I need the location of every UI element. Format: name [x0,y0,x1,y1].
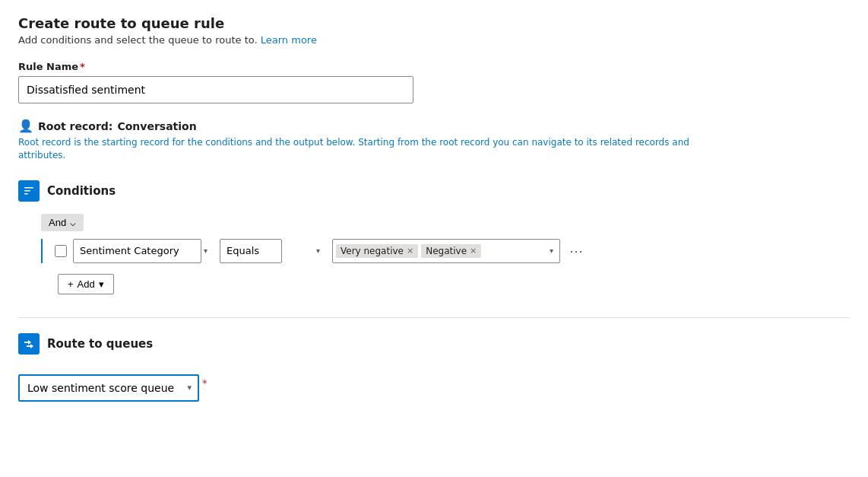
and-button[interactable]: And ⌵ [41,214,84,231]
rule-name-label: Rule Name* [18,61,850,72]
and-chevron-icon: ⌵ [70,217,76,228]
conditions-title: Conditions [47,184,116,198]
route-to-queues-header: Route to queues [18,333,850,355]
remove-negative-button[interactable]: × [470,246,477,255]
field-select[interactable]: Sentiment Category [73,239,201,263]
root-record-section: 👤 Root record: Conversation Root record … [18,119,850,162]
rule-name-section: Rule Name* [18,61,850,119]
add-button[interactable]: + Add ▾ [58,274,114,294]
page-title: Create route to queue rule [18,15,850,31]
root-record-label: Root record: [38,120,112,132]
queue-required-star: * [202,377,207,389]
remove-very-negative-button[interactable]: × [407,246,413,255]
tag-negative: Negative × [421,244,481,258]
page-subtitle: Add conditions and select the queue to r… [18,34,850,46]
condition-row-wrapper: Sentiment Category ▾ Equals ▾ Very negat… [41,239,850,263]
route-to-queues-icon [18,333,40,355]
route-to-queues-section: Route to queues Low sentiment score queu… [18,333,850,402]
tag-very-negative: Very negative × [336,244,418,258]
more-icon: ⋯ [569,243,583,259]
queue-select[interactable]: Low sentiment score queue Default queue … [18,374,199,402]
learn-more-link[interactable]: Learn more [261,34,317,46]
add-chevron-icon: ▾ [99,278,104,290]
section-divider [18,317,850,318]
field-select-chevron-icon: ▾ [204,246,207,255]
condition-row: Sentiment Category ▾ Equals ▾ Very negat… [55,239,586,263]
more-options-button[interactable]: ⋯ [566,243,586,259]
plus-icon: + [68,278,74,290]
root-record-value: Conversation [117,120,196,132]
operator-select-wrapper: Equals ▾ [220,239,326,263]
field-select-wrapper: Sentiment Category ▾ [73,239,214,263]
queue-field-row: Low sentiment score queue Default queue … [18,367,850,402]
conditions-icon [18,180,40,202]
conditions-header: Conditions [18,180,850,202]
values-dropdown-button[interactable]: ▾ [546,246,556,255]
operator-select-chevron-icon: ▾ [316,246,320,255]
svg-rect-2 [24,193,28,195]
root-record-header: 👤 Root record: Conversation [18,119,850,133]
svg-rect-0 [24,187,33,189]
rule-name-input[interactable] [18,76,413,103]
route-to-queues-title: Route to queues [47,337,153,351]
values-field[interactable]: Very negative × Negative × ▾ [332,239,560,263]
svg-rect-1 [24,190,30,192]
conditions-section: Conditions And ⌵ Sentiment Category ▾ Eq… [18,180,850,294]
person-icon: 👤 [18,119,33,133]
root-record-description: Root record is the starting record for t… [18,136,702,162]
operator-select[interactable]: Equals [220,239,282,263]
rule-name-required-star: * [80,61,85,72]
queue-select-wrapper: Low sentiment score queue Default queue … [18,374,199,402]
condition-checkbox[interactable] [55,245,67,257]
